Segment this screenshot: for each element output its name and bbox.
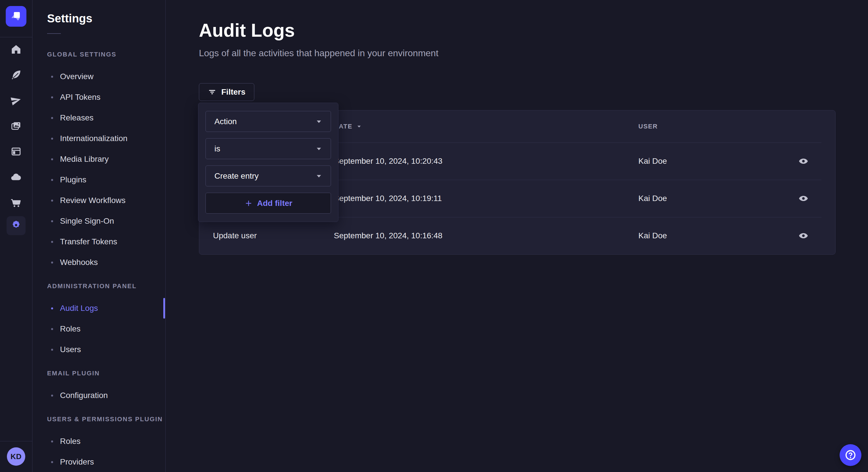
home-icon[interactable] xyxy=(10,43,22,55)
filter-operator-value: is xyxy=(214,144,220,154)
bullet-icon xyxy=(51,349,53,351)
filters-button-label: Filters xyxy=(221,88,245,97)
gear-icon xyxy=(11,220,22,232)
bullet-icon xyxy=(51,307,53,309)
sidebar-item-up-roles[interactable]: Roles xyxy=(47,431,165,452)
sidebar-item-label: Single Sign-On xyxy=(60,216,114,226)
filter-field-select[interactable]: Action xyxy=(206,111,331,132)
settings-sidebar: Settings GLOBAL SETTINGS Overview API To… xyxy=(32,0,166,472)
sidebar-title: Settings xyxy=(47,0,165,25)
sidebar-item-label: Media Library xyxy=(60,155,109,164)
filter-icon xyxy=(208,88,216,96)
add-filter-button[interactable]: Add filter xyxy=(206,193,331,214)
page-title: Audit Logs xyxy=(199,0,836,41)
user-avatar[interactable]: KD xyxy=(7,447,25,466)
filter-value-select[interactable]: Create entry xyxy=(206,165,331,187)
eye-icon xyxy=(799,156,808,166)
sidebar-item-label: Webhooks xyxy=(60,258,98,267)
filters-button[interactable]: Filters xyxy=(199,83,254,101)
sidebar-item-label: Users xyxy=(60,345,81,354)
sidebar-item-api-tokens[interactable]: API Tokens xyxy=(47,87,165,107)
sidebar-item-review-workflows[interactable]: Review Workflows xyxy=(47,190,165,211)
sidebar-item-label: Roles xyxy=(60,324,81,334)
view-log-button[interactable] xyxy=(799,231,808,241)
rail-icon-list xyxy=(7,37,26,235)
cell-user: Kai Doe xyxy=(639,231,786,240)
sidebar-item-transfer-tokens[interactable]: Transfer Tokens xyxy=(47,231,165,252)
sidebar-item-internationalization[interactable]: Internationalization xyxy=(47,128,165,149)
cell-user: Kai Doe xyxy=(639,157,786,166)
cell-date: September 10, 2024, 10:19:11 xyxy=(334,194,639,203)
sidebar-item-label: Audit Logs xyxy=(60,304,98,313)
sidebar-item-label: Configuration xyxy=(60,391,108,400)
filter-field-value: Action xyxy=(214,117,237,126)
cell-action: Update user xyxy=(199,231,334,240)
question-circle-icon xyxy=(844,449,857,461)
sidebar-item-overview[interactable]: Overview xyxy=(47,66,165,87)
settings-nav-button[interactable] xyxy=(7,216,26,235)
sidebar-item-admin-roles[interactable]: Roles xyxy=(47,318,165,339)
page-subtitle: Logs of all the activities that happened… xyxy=(199,47,836,59)
bullet-icon xyxy=(51,76,53,78)
paper-plane-icon[interactable] xyxy=(10,95,22,106)
view-log-button[interactable] xyxy=(799,194,808,203)
sidebar-item-audit-logs[interactable]: Audit Logs xyxy=(47,298,165,318)
section-administration-panel: ADMINISTRATION PANEL Audit Logs Roles Us… xyxy=(47,276,165,360)
bullet-icon xyxy=(51,117,53,119)
sidebar-item-up-providers[interactable]: Providers xyxy=(47,452,165,472)
cloud-icon[interactable] xyxy=(10,171,22,183)
bullet-icon xyxy=(51,96,53,98)
bullet-icon xyxy=(51,220,53,222)
sidebar-item-email-configuration[interactable]: Configuration xyxy=(47,385,165,406)
plus-icon xyxy=(244,199,253,208)
sidebar-item-label: Plugins xyxy=(60,175,86,184)
sidebar-item-releases[interactable]: Releases xyxy=(47,107,165,128)
rail-bottom-divider xyxy=(0,441,32,441)
sidebar-item-admin-users[interactable]: Users xyxy=(47,339,165,360)
main-content: Audit Logs Logs of all the activities th… xyxy=(166,0,868,472)
view-log-button[interactable] xyxy=(799,156,808,166)
eye-icon xyxy=(799,231,808,241)
bullet-icon xyxy=(51,241,53,243)
sidebar-item-webhooks[interactable]: Webhooks xyxy=(47,252,165,273)
feather-icon[interactable] xyxy=(10,69,22,80)
section-users-permissions-plugin: USERS & PERMISSIONS PLUGIN Roles Provide… xyxy=(47,409,165,472)
sidebar-item-label: Internationalization xyxy=(60,134,127,143)
filters-popover: Action is Create entry xyxy=(198,103,338,222)
filter-operator-select[interactable]: is xyxy=(206,138,331,159)
section-global-settings: GLOBAL SETTINGS Overview API Tokens Rele… xyxy=(47,44,165,273)
chevron-down-icon xyxy=(316,146,322,152)
table-row: Update user September 10, 2024, 10:16:48… xyxy=(199,217,835,255)
strapi-logo-icon xyxy=(8,8,24,25)
filter-value-value: Create entry xyxy=(214,171,259,181)
layout-icon[interactable] xyxy=(10,146,22,157)
sidebar-item-label: Review Workflows xyxy=(60,196,125,205)
section-label: ADMINISTRATION PANEL xyxy=(47,276,165,297)
bullet-icon xyxy=(51,200,53,202)
cell-user: Kai Doe xyxy=(639,194,786,203)
help-button[interactable] xyxy=(840,444,861,466)
sort-caret-down-icon xyxy=(356,124,362,129)
sidebar-item-label: API Tokens xyxy=(60,93,100,102)
section-label: USERS & PERMISSIONS PLUGIN xyxy=(47,409,165,430)
sidebar-item-plugins[interactable]: Plugins xyxy=(47,169,165,190)
sidebar-item-label: Providers xyxy=(60,458,94,467)
photos-icon[interactable] xyxy=(10,120,22,132)
column-header-date[interactable]: DATE xyxy=(334,123,639,130)
bullet-icon xyxy=(51,158,53,160)
sidebar-item-label: Transfer Tokens xyxy=(60,237,117,246)
strapi-logo[interactable] xyxy=(6,6,26,27)
bullet-icon xyxy=(51,328,53,330)
section-email-plugin: EMAIL PLUGIN Configuration xyxy=(47,363,165,406)
cart-icon[interactable] xyxy=(10,197,22,208)
bullet-icon xyxy=(51,262,53,264)
bullet-icon xyxy=(51,138,53,140)
sidebar-item-media-library[interactable]: Media Library xyxy=(47,149,165,169)
sidebar-item-single-sign-on[interactable]: Single Sign-On xyxy=(47,211,165,231)
sidebar-item-label: Roles xyxy=(60,437,81,446)
add-filter-label: Add filter xyxy=(257,199,292,208)
section-label: GLOBAL SETTINGS xyxy=(47,44,165,65)
sidebar-item-label: Releases xyxy=(60,113,94,123)
cell-date: September 10, 2024, 10:20:43 xyxy=(334,157,639,166)
cell-date: September 10, 2024, 10:16:48 xyxy=(334,231,639,240)
